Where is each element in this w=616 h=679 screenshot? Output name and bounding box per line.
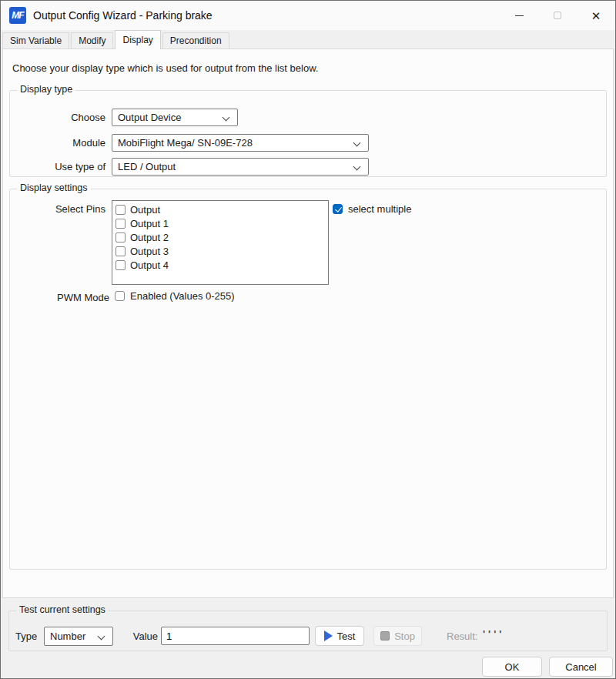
tab-strip: Sim Variable Modify Display Precondition (2, 30, 231, 48)
titlebar: MF Output Config Wizard - Parking brake … (1, 1, 615, 30)
module-combobox[interactable]: MobiFlight Mega/ SN-09E-728 (112, 134, 369, 152)
window-controls: ✕ (500, 1, 615, 30)
select-multiple-label: select multiple (348, 203, 411, 215)
tab-modify[interactable]: Modify (71, 32, 113, 48)
use-type-of-label: Use type of (9, 161, 105, 172)
stop-button-label: Stop (394, 630, 415, 642)
choose-label: Choose (9, 112, 105, 123)
chevron-down-icon (353, 163, 361, 171)
pin-list-item[interactable]: Output 3 (115, 244, 328, 258)
window-title: Output Config Wizard - Parking brake (33, 9, 213, 22)
test-settings-legend: Test current settings (16, 604, 109, 615)
checkbox-icon[interactable] (115, 291, 125, 301)
cancel-button[interactable]: Cancel (549, 657, 613, 677)
pin-list-item[interactable]: Output 2 (115, 230, 328, 244)
close-button[interactable]: ✕ (577, 1, 615, 30)
pins-listbox[interactable]: Output Output 1 Output 2 Output 3 Output… (112, 200, 329, 285)
use-type-of-combobox[interactable]: LED / Output (112, 158, 369, 176)
pwm-mode-label: PWM Mode (9, 292, 109, 303)
tab-precondition[interactable]: Precondition (162, 32, 229, 48)
type-label: Type (15, 630, 38, 642)
pin-list-item[interactable]: Output 4 (115, 258, 328, 272)
result-value: '''' (483, 628, 504, 640)
maximize-button (538, 1, 577, 30)
checkbox-icon[interactable] (116, 219, 126, 229)
module-label: Module (9, 137, 105, 149)
tab-display[interactable]: Display (115, 30, 160, 49)
value-input[interactable] (161, 627, 310, 645)
chevron-down-icon (353, 139, 361, 147)
minimize-button[interactable] (500, 1, 538, 30)
value-label: Value (127, 630, 158, 642)
stop-button: Stop (373, 626, 422, 646)
select-multiple-checkbox[interactable]: select multiple (333, 203, 411, 215)
type-value: Number (50, 630, 85, 642)
checkbox-icon[interactable] (116, 232, 126, 242)
use-type-of-value: LED / Output (118, 161, 176, 172)
tab-sim-variable[interactable]: Sim Variable (2, 32, 69, 48)
mobiflight-logo-icon: MF (9, 7, 26, 24)
choose-combobox[interactable]: Output Device (112, 109, 238, 126)
display-tab-page: Choose your display type which is used f… (2, 48, 614, 598)
output-config-wizard-window: MF Output Config Wizard - Parking brake … (0, 0, 616, 679)
pin-label: Output 1 (130, 218, 169, 229)
checkbox-icon[interactable] (116, 260, 126, 270)
choose-value: Output Device (118, 112, 181, 123)
pwm-mode-checkbox-label: Enabled (Values 0-255) (130, 290, 235, 302)
play-icon (324, 630, 333, 641)
maximize-icon (554, 12, 561, 19)
module-value: MobiFlight Mega/ SN-09E-728 (118, 137, 253, 149)
chevron-down-icon (223, 114, 230, 122)
checkbox-checked-icon[interactable] (333, 204, 343, 214)
test-settings-groupbox: Test current settings Type Number Value … (8, 610, 608, 651)
pin-list-item[interactable]: Output 1 (115, 216, 328, 230)
close-icon: ✕ (591, 10, 601, 22)
pin-label: Output 3 (130, 246, 169, 257)
test-button-label: Test (337, 630, 356, 642)
stop-icon (380, 631, 390, 641)
ok-button[interactable]: OK (482, 657, 542, 677)
pin-label: Output 4 (130, 259, 169, 271)
minimize-icon (515, 15, 524, 16)
pin-list-item[interactable]: Output (115, 202, 328, 216)
pin-label: Output 2 (130, 232, 169, 243)
display-type-legend: Display type (17, 84, 75, 95)
checkbox-icon[interactable] (116, 205, 126, 215)
pwm-mode-checkbox[interactable]: Enabled (Values 0-255) (115, 290, 235, 302)
display-settings-legend: Display settings (17, 182, 91, 193)
select-pins-label: Select Pins (9, 203, 105, 215)
instruction-text: Choose your display type which is used f… (12, 62, 318, 74)
chevron-down-icon (98, 633, 105, 641)
checkbox-icon[interactable] (116, 246, 126, 256)
test-button[interactable]: Test (315, 626, 364, 646)
type-combobox[interactable]: Number (44, 627, 113, 646)
pin-label: Output (130, 204, 160, 216)
result-label: Result: (447, 630, 477, 642)
